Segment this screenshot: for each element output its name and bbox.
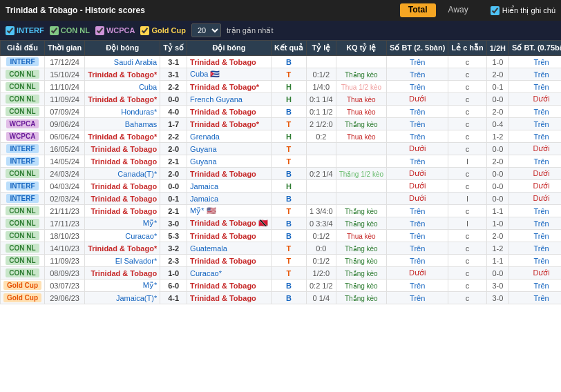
cell-kq-ratio: Thắng kèo	[336, 217, 386, 230]
cell-half: 1-2	[486, 242, 508, 255]
cell-league: CON NL	[1, 217, 45, 230]
cell-league: INTERF	[1, 155, 45, 168]
cell-league: INTERF	[1, 56, 45, 68]
cell-team2: Trinidad & Tobago*	[187, 81, 272, 93]
cell-team1: El Salvador*	[85, 255, 160, 267]
cell-kq-ratio: Thắng kèo	[336, 292, 386, 304]
cell-team2: Trinidad & Tobago	[187, 168, 272, 180]
cell-half: 0-1	[486, 81, 508, 93]
cell-league: CON NL	[1, 168, 45, 180]
table-row: CON NL 18/10/23Curacao*5-3Trinidad & Tob…	[1, 230, 562, 242]
cell-kq-ratio: Thua 1/2 kèo	[336, 81, 386, 93]
cell-half: 1-1	[486, 255, 508, 267]
cell-half: 0-0	[486, 267, 508, 280]
cell-team2: Mỹ* 🇺🇸	[187, 205, 272, 217]
cell-date: 21/11/23	[45, 205, 85, 217]
cell-half: 0-0	[486, 193, 508, 205]
cell-kq-ratio: Thắng 1/2 kèo	[336, 168, 386, 180]
cell-team2: Trinidad & Tobago	[187, 255, 272, 267]
cell-league: CON NL	[1, 93, 45, 106]
cell-team1: Jamaica(T)*	[85, 292, 160, 304]
cell-lec: c	[448, 255, 486, 267]
cell-team1: Mỹ*	[85, 217, 160, 230]
col-date: Thời gian	[45, 41, 85, 56]
table-row: CON NL 08/09/23Trinidad & Tobago1-0Curac…	[1, 267, 562, 280]
col-score: Tỷ số	[160, 41, 187, 56]
table-row: INTERF 16/05/24Trinidad & Tobago2-0Guyan…	[1, 143, 562, 155]
cell-score: 0-0	[160, 180, 187, 193]
cell-team2: Jamaica	[187, 193, 272, 205]
cell-sobt: Trên	[387, 230, 448, 242]
col-kq-ratio: KQ tỷ lệ	[336, 41, 386, 56]
cell-score: 3-2	[160, 242, 187, 255]
cell-sobt2: Trên	[509, 68, 562, 81]
cell-lec: c	[448, 118, 486, 130]
table-row: CON NL 15/10/24Trinidad & Tobago*3-1Cuba…	[1, 68, 562, 81]
cell-half: 2-0	[486, 68, 508, 81]
filter-interf[interactable]: INTERF	[6, 26, 44, 35]
filter-connl[interactable]: CON NL	[50, 26, 90, 35]
cell-league: CON NL	[1, 68, 45, 81]
cell-sobt: Trên	[387, 56, 448, 68]
cell-score: 2-2	[160, 130, 187, 143]
cell-score: 1-7	[160, 118, 187, 130]
cell-lec: c	[448, 143, 486, 155]
cell-league: CON NL	[1, 255, 45, 267]
table-row: CON NL 11/10/24Cuba2-2Trinidad & Tobago*…	[1, 81, 562, 93]
cell-result: B	[271, 280, 306, 292]
col-lec: Lẻ c hẵn	[448, 41, 486, 56]
cell-half: 2-0	[486, 106, 508, 118]
filter-wcpca-label: WCPCA	[106, 26, 135, 35]
cell-ratio: 0:1 1/2	[307, 106, 336, 118]
cell-result: T	[271, 143, 306, 155]
tab-away[interactable]: Away	[440, 3, 477, 17]
cell-kq-ratio: Thắng kèo	[336, 267, 386, 280]
cell-lec: l	[448, 155, 486, 168]
table-row: Gold Cup 03/07/23Mỹ*6-0Trinidad & Tobago…	[1, 280, 562, 292]
cell-team1: Trinidad & Tobago*	[85, 130, 160, 143]
cell-league: Gold Cup	[1, 280, 45, 292]
cell-sobt2: Dưới	[509, 193, 562, 205]
cell-result: B	[271, 193, 306, 205]
cell-kq-ratio	[336, 193, 386, 205]
filter-wcpca[interactable]: WCPCA	[95, 26, 135, 35]
table-row: INTERF 04/03/24Trinidad & Tobago0-0Jamai…	[1, 180, 562, 193]
header-title: Trinidad & Tobago - Historic scores	[6, 6, 393, 15]
cell-date: 07/09/24	[45, 106, 85, 118]
cell-ratio	[307, 56, 336, 68]
tabs: Total Away	[400, 3, 477, 17]
match-count-select[interactable]: 20103050	[191, 23, 221, 37]
show-notes-label: Hiển thị ghi chú	[502, 6, 555, 15]
cell-half: 1-0	[486, 217, 508, 230]
cell-lec: c	[448, 267, 486, 280]
cell-lec: c	[448, 230, 486, 242]
cell-score: 2-1	[160, 155, 187, 168]
cell-sobt: Trên	[387, 130, 448, 143]
cell-kq-ratio: Thua kèo	[336, 130, 386, 143]
cell-half: 2-0	[486, 230, 508, 242]
cell-team1: Mỹ*	[85, 280, 160, 292]
cell-sobt: Trên	[387, 292, 448, 304]
cell-date: 17/11/23	[45, 217, 85, 230]
cell-lec: c	[448, 56, 486, 68]
cell-lec: c	[448, 130, 486, 143]
cell-lec: c	[448, 68, 486, 81]
cell-team2: Curacao*	[187, 267, 272, 280]
show-notes-checkbox[interactable]: Hiển thị ghi chú	[491, 6, 555, 15]
cell-half: 2-0	[486, 155, 508, 168]
cell-date: 14/05/24	[45, 155, 85, 168]
table-row: CON NL 11/09/24Trinidad & Tobago*0-0Fren…	[1, 93, 562, 106]
cell-team2: Trinidad & Tobago	[187, 280, 272, 292]
cell-sobt2: Trên	[509, 205, 562, 217]
tab-total[interactable]: Total	[400, 3, 436, 17]
cell-result: H	[271, 130, 306, 143]
cell-sobt2: Dưới	[509, 93, 562, 106]
table-row: INTERF 02/03/24Trinidad & Tobago0-1Jamai…	[1, 193, 562, 205]
cell-team2: Guatemala	[187, 242, 272, 255]
cell-team1: Trinidad & Tobago	[85, 205, 160, 217]
cell-date: 04/03/24	[45, 180, 85, 193]
cell-sobt2: Trên	[509, 81, 562, 93]
cell-kq-ratio: Thắng kèo	[336, 280, 386, 292]
filter-goldcup[interactable]: Gold Cup	[140, 26, 186, 35]
cell-result: T	[271, 68, 306, 81]
